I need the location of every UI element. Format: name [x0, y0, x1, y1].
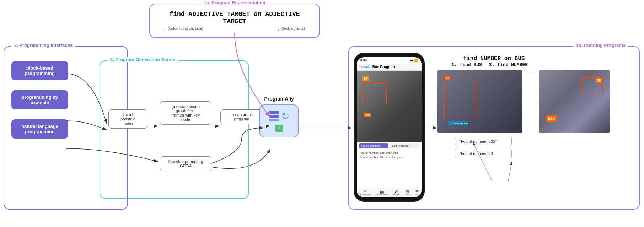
block-based-prog: block-basedprogramming: [11, 61, 68, 80]
ally-rect-3: [269, 119, 279, 121]
section-1b-title: 1b. Running Programs: [573, 43, 628, 48]
program-ally-icon: ↻ ✓: [259, 104, 299, 137]
natural-lang-prog: natural languageprogramming: [11, 119, 68, 139]
section-1a-title: 1a. Program Representation: [201, 0, 268, 5]
connector-svg: [525, 70, 536, 74]
phone-status-bar: 8:04 ▪▪▪ 📶: [357, 57, 422, 64]
ally-row-1: ↻: [269, 110, 289, 122]
nav-tasks[interactable]: ☰ Tasks: [414, 190, 419, 196]
node-reconstruct: reconstructprogram: [220, 109, 263, 124]
speech-bubble-1: "Found number: 525": [455, 137, 512, 146]
nav-camera-icon: 📷: [380, 190, 384, 194]
speech-bubble-2: "Found number: 30": [455, 149, 512, 158]
result-imgs-row: 30 JACKSON ST 36 525: [437, 70, 633, 133]
phone-screen: 8:04 ▪▪▪ 📶 < Back Bus Program 30 525 Pau…: [357, 57, 422, 197]
nav-explore[interactable]: 📷 Explore Mode: [375, 190, 388, 196]
section-1a: 1a. Program Representation find ADJECTIV…: [149, 4, 320, 38]
result-number-label-1: 30: [445, 76, 450, 80]
result-step-1: 1. find BUS: [451, 62, 482, 67]
result-step-2: 2. find NUMBER: [489, 62, 528, 67]
nav-mic-icon: 🎤: [394, 190, 398, 194]
phone-header: < Back Bus Program: [357, 64, 422, 71]
program-repr-annotations: ⌞ (color, location, size) ⌞ (text, objec…: [157, 26, 312, 32]
ally-check-icon: ✓: [275, 125, 283, 132]
connector-line: [525, 70, 536, 74]
programming-by-example: programming byexample: [11, 90, 68, 109]
result-bus-label: JACKSON ST: [448, 121, 468, 125]
result-525-label: 525: [546, 115, 557, 122]
pause-btn[interactable]: Pause Running: [359, 143, 388, 148]
result-item-2: Found number: 30, dark blue green: [360, 156, 419, 159]
ally-refresh-icon: ↻: [281, 110, 289, 122]
annotation-right: ⌞ (text, objects): [278, 26, 305, 32]
bus-525: 525: [364, 113, 371, 117]
program-repr-code: find ADJECTIVE TARGET on ADJECTIVE TARGE…: [157, 11, 312, 25]
nav-gallery-icon: 🖼: [406, 190, 409, 194]
speech-bubbles: "Found number: 525" "Found number: 30": [455, 137, 512, 161]
bus-number-30: 30: [362, 76, 369, 81]
result-img-1: 30 JACKSON ST: [437, 70, 522, 133]
phone-mockup: 8:04 ▪▪▪ 📶 < Back Bus Program 30 525 Pau…: [354, 53, 425, 202]
program-ally-label: ProgramAlly: [259, 96, 299, 102]
bus-detection-box: [362, 83, 387, 104]
ally-rect-2: [269, 115, 279, 118]
result-item-1: Found number: 525, cyan blue: [360, 151, 419, 155]
result-number-badge-36: 36: [595, 78, 602, 83]
phone-buttons: Pause Running Edit Program: [357, 142, 422, 150]
nav-my-programs[interactable]: ⊞ My Programs: [359, 190, 371, 196]
diagram-area: 1a. Program Representation find ADJECTIV…: [0, 0, 644, 227]
result-images: 1. find BUS 2. find NUMBER 30 JACKSON ST: [437, 62, 633, 133]
result-detection-1: [444, 76, 476, 118]
phone-image-area: 30 525: [357, 71, 422, 142]
section-3-title: 3. Program Generation Server: [107, 57, 178, 62]
annotation-left: ⌞ (color, location, size): [164, 26, 203, 32]
program-ally-box: ProgramAlly ↻ ✓: [259, 96, 299, 137]
nav-tasks-icon: ☰: [415, 190, 419, 194]
ally-rect-1: [269, 111, 279, 114]
result-img-2: 36 525: [539, 70, 610, 133]
nav-gallery[interactable]: 🖼 Gallery: [404, 190, 410, 196]
result-header: 1. find BUS 2. find NUMBER: [437, 62, 633, 67]
phone-nav: ⊞ My Programs 📷 Explore Mode 🎤 Skeleton …: [357, 188, 422, 197]
section-3: 3. Program Generation Server: [100, 60, 249, 199]
bus-bg: [357, 71, 422, 142]
nav-grid-icon: ⊞: [364, 190, 366, 194]
node-generate-scene-graph: generate scenegraph fromframes with keyn…: [160, 101, 211, 125]
phone-results: Found number: 525, cyan blue Found numbe…: [357, 150, 422, 161]
edit-btn[interactable]: Edit Program: [390, 143, 419, 148]
section-2-title: 2. Programming Interfaces: [11, 43, 75, 48]
nav-skeleton[interactable]: 🎤 Skeleton: [392, 190, 400, 196]
node-few-shot: few-shot promptingGPT-4: [160, 156, 211, 171]
node-list-all: list allpossiblenodes: [108, 109, 147, 129]
